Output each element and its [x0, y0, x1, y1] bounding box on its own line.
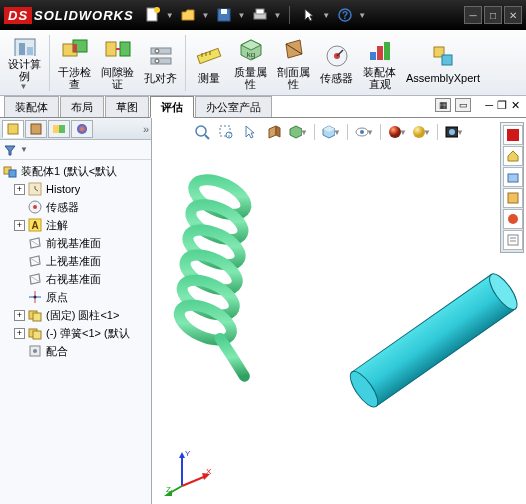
hole-align-button[interactable]: 孔对齐 — [140, 33, 181, 93]
expand-toggle[interactable]: + — [14, 310, 25, 321]
minimize-button[interactable]: ─ — [464, 6, 482, 24]
tab-assembly[interactable]: 装配体 — [4, 96, 59, 117]
tree-node-label: (固定) 圆柱<1> — [46, 308, 119, 323]
assembly-icon — [2, 163, 18, 179]
tab-evaluate[interactable]: 评估 — [150, 96, 194, 118]
maximize-button[interactable]: □ — [484, 6, 502, 24]
expand-toggle[interactable]: + — [14, 184, 25, 195]
tree-node-label: 右视基准面 — [46, 272, 101, 287]
svg-rect-31 — [377, 46, 383, 60]
svg-point-44 — [33, 205, 37, 209]
doc-restore-button[interactable]: ❐ — [497, 99, 507, 112]
graphics-viewport[interactable]: ▼ ▼ ▼ ▼ ▼ ▼ — [152, 118, 526, 504]
scene-button[interactable]: ▼ — [411, 122, 431, 142]
tab-office[interactable]: 办公室产品 — [195, 96, 272, 117]
sensor-icon — [27, 199, 43, 215]
tree-node[interactable]: 上视基准面 — [0, 252, 151, 270]
open-button[interactable] — [178, 4, 200, 26]
expand-toggle[interactable]: + — [14, 328, 25, 339]
zoom-area-button[interactable] — [216, 122, 236, 142]
assembly-vis-button[interactable]: 装配体 直观 — [359, 33, 400, 93]
tree-root[interactable]: 装配体1 (默认<默认 — [0, 162, 151, 180]
appearances-tab[interactable] — [503, 209, 523, 229]
orientation-triad[interactable]: Y X Z — [164, 446, 214, 496]
select-button[interactable] — [298, 4, 320, 26]
zoom-fit-button[interactable] — [192, 122, 212, 142]
part-icon — [27, 325, 43, 341]
config-icon — [52, 122, 66, 136]
tree-node[interactable]: +(固定) 圆柱<1> — [0, 306, 151, 324]
quick-access-toolbar: ▼ ▼ ▼ ▼ ▼ ? ▼ — [142, 4, 464, 26]
tree-node[interactable]: 原点 — [0, 288, 151, 306]
file-explorer-tab[interactable] — [503, 167, 523, 187]
doc-close-button[interactable]: ✕ — [511, 99, 520, 112]
save-button[interactable] — [213, 4, 235, 26]
display-style-button[interactable]: ▼ — [321, 122, 341, 142]
tree-node[interactable]: 配合 — [0, 342, 151, 360]
svg-rect-30 — [370, 52, 376, 60]
svg-text:A: A — [31, 220, 38, 231]
tree-node[interactable]: +A注解 — [0, 216, 151, 234]
tab-layout[interactable]: 布局 — [60, 96, 104, 117]
render-button[interactable]: ▼ — [444, 122, 464, 142]
svg-point-71 — [183, 223, 246, 272]
interference-button[interactable]: 干涉检 查 — [54, 33, 95, 93]
tree-node-label: 注解 — [46, 218, 68, 233]
sensor-button[interactable]: 传感器 — [316, 33, 357, 93]
hide-show-button[interactable]: ▼ — [354, 122, 374, 142]
close-button[interactable]: ✕ — [504, 6, 522, 24]
doc-tile-button[interactable]: ▦ — [435, 98, 451, 112]
resources-tab[interactable] — [503, 125, 523, 145]
svg-point-20 — [155, 59, 159, 63]
expand-toggle[interactable]: + — [14, 220, 25, 231]
tree-node[interactable]: +History — [0, 180, 151, 198]
logo-ds-icon: DS — [4, 7, 32, 24]
section-view-button[interactable] — [264, 122, 284, 142]
custom-props-tab[interactable] — [503, 230, 523, 250]
config-tab[interactable] — [48, 120, 70, 138]
prev-view-button[interactable] — [240, 122, 260, 142]
design-study-button[interactable]: 设计算 例▼ — [4, 33, 45, 93]
svg-point-69 — [189, 173, 252, 222]
view-orient-button[interactable]: ▼ — [288, 122, 308, 142]
new-icon — [144, 6, 162, 24]
assembly-xpert-button[interactable]: AssemblyXpert — [402, 33, 484, 93]
view-palette-tab[interactable] — [503, 188, 523, 208]
rb-label: 干涉检 查 — [58, 66, 91, 90]
tree-node[interactable]: 传感器 — [0, 198, 151, 216]
doc-minimize-button[interactable]: ─ — [485, 99, 493, 111]
tree-node[interactable]: 右视基准面 — [0, 270, 151, 288]
tab-sketch[interactable]: 草图 — [105, 96, 149, 117]
svg-point-70 — [186, 198, 249, 247]
main-area: » ▼ 装配体1 (默认<默认 +History传感器+A注解前视基准面上视基准… — [0, 118, 526, 504]
rebuild-button[interactable]: ? — [334, 4, 356, 26]
svg-rect-5 — [256, 9, 264, 14]
new-button[interactable] — [142, 4, 164, 26]
tree-node[interactable]: +(-) 弹簧<1> (默认 — [0, 324, 151, 342]
svg-point-62 — [226, 132, 232, 138]
design-lib-tab[interactable] — [503, 146, 523, 166]
svg-rect-36 — [31, 124, 41, 134]
feature-tree-tab[interactable] — [2, 120, 24, 138]
doc-cascade-button[interactable]: ▭ — [455, 98, 471, 112]
measure-button[interactable]: 测量 — [190, 33, 228, 93]
section-props-button[interactable]: 剖面属 性 — [273, 33, 314, 93]
zoom-fit-icon — [194, 124, 210, 140]
svg-text:kg: kg — [246, 50, 254, 59]
mass-props-button[interactable]: kg 质量属 性 — [230, 33, 271, 93]
display-tab[interactable] — [71, 120, 93, 138]
print-button[interactable] — [249, 4, 271, 26]
svg-point-73 — [177, 273, 240, 322]
property-tab[interactable] — [25, 120, 47, 138]
section-icon — [266, 124, 282, 140]
svg-rect-54 — [33, 313, 41, 321]
panel-collapse-button[interactable]: » — [143, 123, 149, 135]
appearance-button[interactable]: ▼ — [387, 122, 407, 142]
svg-rect-56 — [33, 331, 41, 339]
svg-rect-21 — [197, 48, 220, 63]
clearance-button[interactable]: 间隙验 证 — [97, 33, 138, 93]
filter-input[interactable]: ▼ — [4, 144, 147, 156]
svg-rect-9 — [19, 43, 25, 55]
tree-node[interactable]: 前视基准面 — [0, 234, 151, 252]
filter-bar: ▼ — [0, 140, 151, 160]
